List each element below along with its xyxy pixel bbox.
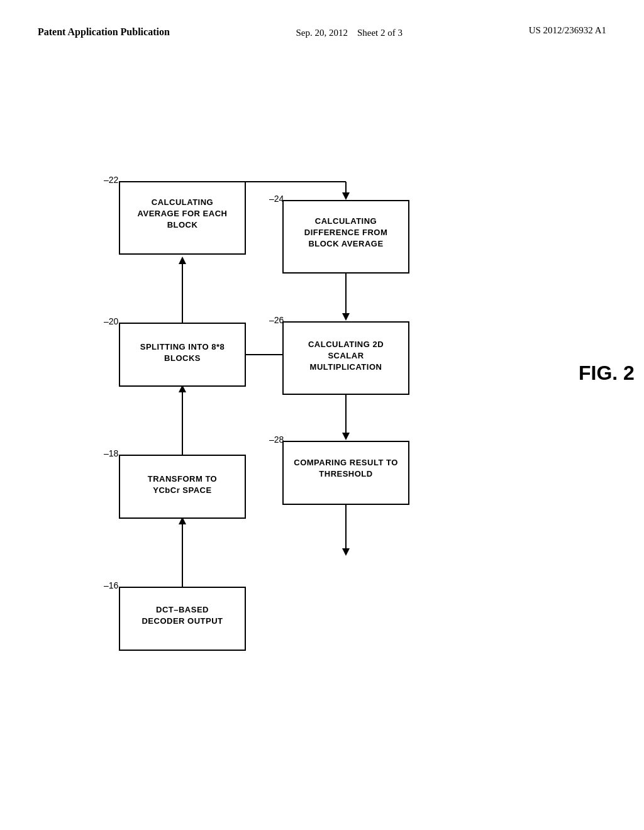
svg-text:CALCULATING: CALCULATING (152, 197, 213, 207)
svg-text:BLOCK AVERAGE: BLOCK AVERAGE (308, 239, 383, 248)
page-header: Patent Application Publication Sep. 20, … (38, 25, 606, 40)
svg-text:SPLITTING INTO 8*8: SPLITTING INTO 8*8 (140, 342, 225, 351)
svg-text:–24: –24 (269, 194, 284, 204)
svg-text:YCbCr SPACE: YCbCr SPACE (153, 485, 211, 495)
svg-marker-41 (342, 433, 350, 440)
svg-text:MULTIPLICATION: MULTIPLICATION (310, 362, 382, 372)
svg-text:AVERAGE FOR EACH: AVERAGE FOR EACH (138, 209, 228, 218)
header-sheet: Sheet 2 of 3 (357, 28, 402, 38)
svg-text:BLOCKS: BLOCKS (164, 353, 201, 363)
svg-text:BLOCK: BLOCK (167, 220, 198, 230)
svg-text:DCT–BASED: DCT–BASED (156, 605, 209, 614)
svg-marker-25 (342, 192, 350, 200)
svg-text:DECODER OUTPUT: DECODER OUTPUT (142, 616, 223, 626)
svg-text:CALCULATING: CALCULATING (315, 216, 377, 226)
page: Patent Application Publication Sep. 20, … (0, 0, 644, 830)
header-patent-number: US 2012/236932 A1 (529, 25, 606, 36)
header-date: Sep. 20, 2012 (296, 28, 348, 38)
svg-text:TRANSFORM TO: TRANSFORM TO (148, 474, 217, 484)
header-date-sheet: Sep. 20, 2012 Sheet 2 of 3 (296, 25, 402, 40)
svg-text:CALCULATING 2D: CALCULATING 2D (308, 340, 384, 349)
svg-text:SCALAR: SCALAR (328, 351, 364, 360)
diagram-area: DCT–BASED DECODER OUTPUT –16 TRANSFORM T… (38, 72, 606, 788)
fig-label: FIG. 2 (579, 362, 635, 384)
svg-text:THRESHOLD: THRESHOLD (319, 469, 372, 479)
svg-text:–16: –16 (104, 580, 119, 590)
svg-marker-17 (179, 257, 186, 264)
svg-text:–26: –26 (269, 315, 284, 325)
svg-marker-32 (342, 313, 350, 321)
header-publication-title: Patent Application Publication (38, 25, 170, 39)
svg-text:–22: –22 (104, 175, 119, 185)
svg-text:COMPARING RESULT TO: COMPARING RESULT TO (294, 458, 398, 467)
svg-text:DIFFERENCE FROM: DIFFERENCE FROM (304, 228, 387, 237)
diagram-svg: DCT–BASED DECODER OUTPUT –16 TRANSFORM T… (38, 72, 606, 788)
svg-text:–28: –28 (269, 434, 284, 445)
svg-marker-47 (342, 548, 350, 556)
svg-text:–18: –18 (104, 448, 119, 458)
svg-text:–20: –20 (104, 316, 119, 326)
